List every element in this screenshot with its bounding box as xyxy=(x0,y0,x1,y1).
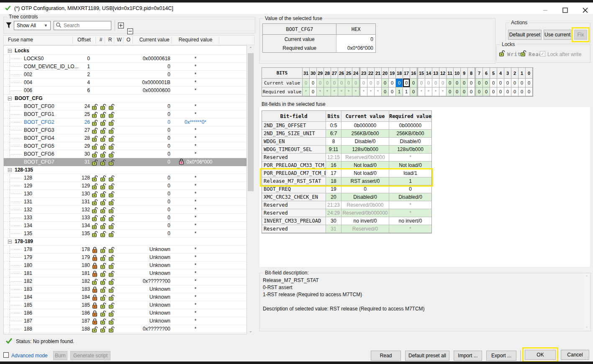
col-offset[interactable]: Offset xyxy=(73,37,95,43)
collapse-group-icon[interactable] xyxy=(8,49,12,53)
bit-current-cell[interactable]: 0 xyxy=(425,79,432,87)
tree-fuse-row[interactable]: 179179Unknown* xyxy=(4,254,246,261)
col-current-value[interactable]: Current value xyxy=(129,37,169,43)
bitfield-current-value[interactable]: 256KB/0b00 xyxy=(341,130,389,138)
bit-current-cell[interactable]: 0 xyxy=(396,79,403,87)
read-button[interactable]: Read xyxy=(371,351,401,361)
tree-fuse-row[interactable]: 1331330* xyxy=(4,214,246,222)
bitfield-row[interactable]: Reserved12:15Reserved/0b0000* xyxy=(262,154,431,161)
bit-current-cell[interactable]: 0 xyxy=(526,79,533,87)
bitfield-required-value[interactable]: 256KB/0b00 xyxy=(389,130,431,138)
advanced-mode-checkbox[interactable] xyxy=(3,352,9,358)
bit-current-cell[interactable]: 0 xyxy=(310,79,317,87)
bit-current-cell[interactable]: 0 xyxy=(352,79,360,87)
bit-current-cell[interactable]: 0 xyxy=(476,79,483,87)
description-scrollbar[interactable]: ⌃ ⌄ xyxy=(584,274,589,330)
tree-fuse-row[interactable]: 1301300* xyxy=(4,190,246,198)
bitfield-required-value[interactable]: 0b000000 xyxy=(389,122,431,130)
collapse-group-icon[interactable] xyxy=(8,240,12,244)
bit-current-cell[interactable]: 0 xyxy=(345,79,352,87)
tree-fuse-row[interactable]: 186186Unknown* xyxy=(4,309,246,317)
tree-fuse-row[interactable]: 183183Unknown* xyxy=(4,285,246,293)
bit-required-cell[interactable]: 0 xyxy=(504,87,511,96)
scroll-down-icon[interactable]: ⌄ xyxy=(584,323,589,330)
bit-required-cell[interactable]: 1 xyxy=(403,87,410,96)
bit-current-cell[interactable]: 0 xyxy=(375,79,382,87)
bit-current-cell[interactable]: 0 xyxy=(324,79,331,87)
bitfield-row[interactable]: Reserved31Reserved/0* xyxy=(262,225,431,233)
close-button[interactable] xyxy=(577,5,593,15)
bit-current-cell[interactable]: 0 xyxy=(490,79,497,87)
tree-fuse-row[interactable]: 00220* xyxy=(4,71,246,79)
tree-fuse-row[interactable]: 1281280* xyxy=(4,174,246,182)
bit-current-cell[interactable]: 0 xyxy=(418,79,425,87)
default-preset-button[interactable]: Default preset xyxy=(508,30,542,40)
bit-current-cell[interactable]: 0 xyxy=(317,79,324,87)
default-preset-all-button[interactable]: Default preset all xyxy=(405,351,449,361)
import-button[interactable]: Import ... xyxy=(454,351,482,361)
bit-required-cell[interactable]: 0 xyxy=(519,87,526,96)
bit-required-cell[interactable]: * xyxy=(331,87,338,96)
bitfield-required-value[interactable]: * xyxy=(389,154,431,161)
tree-fuse-row[interactable]: 1291290* xyxy=(4,182,246,190)
tree-fuse-row[interactable]: 185185Unknown* xyxy=(4,301,246,309)
generate-script-button[interactable]: Generate script xyxy=(70,351,110,360)
tree-fuse-row[interactable]: BOOT_CFG3270* xyxy=(4,126,246,134)
use-current-button[interactable]: Use current xyxy=(544,30,571,40)
col-fuse-name[interactable]: Fuse name xyxy=(8,37,33,43)
bit-current-cell[interactable]: 0 xyxy=(439,79,447,87)
collapse-group-icon[interactable] xyxy=(8,168,12,172)
tree-scrollbar-thumb[interactable] xyxy=(248,53,254,191)
bitfield-row[interactable]: Reserved24:29Reserved/0b000000* xyxy=(262,209,431,217)
bitfield-required-value[interactable]: 128s/0b000 xyxy=(389,146,431,154)
bit-required-cell[interactable]: 1 xyxy=(396,87,403,96)
bit-required-cell[interactable]: 0 xyxy=(483,87,490,96)
tree-fuse-row[interactable]: 00440x0000001B* xyxy=(4,79,246,87)
col-read-lock[interactable]: R xyxy=(105,37,115,43)
bit-current-cell[interactable]: 0 xyxy=(511,79,519,87)
bitfield-row[interactable]: WDOG_TIMEOUT_SEL9:11128s/0b000128s/0b000 xyxy=(262,146,431,154)
tree-fuse-row[interactable]: BOOT_CFG6300* xyxy=(4,150,246,158)
tree-scrollbar[interactable]: ⌃ ⌄ xyxy=(247,45,254,334)
expand-all-icon[interactable] xyxy=(118,23,124,28)
bitfield-required-value[interactable]: * xyxy=(389,201,431,209)
scroll-up-icon[interactable]: ⌃ xyxy=(247,45,254,52)
tree-fuse-row[interactable]: 1311310* xyxy=(4,198,246,206)
bit-required-cell[interactable]: 0 xyxy=(454,87,461,96)
bit-required-cell[interactable]: * xyxy=(324,87,331,96)
bit-required-cell[interactable]: * xyxy=(317,87,324,96)
bit-current-cell[interactable]: 0 xyxy=(497,79,504,87)
bit-current-cell[interactable]: 0 xyxy=(504,79,511,87)
tree-fuse-row[interactable]: 1321320* xyxy=(4,206,246,214)
filter-select[interactable]: Show All ▼ xyxy=(14,21,51,30)
bitfield-current-value[interactable]: Reserved/0b000 xyxy=(341,201,389,209)
fix-button[interactable]: Fix xyxy=(574,30,587,40)
tree-group-row[interactable]: BOOT_CFG xyxy=(4,95,246,103)
bit-required-cell[interactable]: 0 xyxy=(497,87,504,96)
bit-required-cell[interactable]: 0 xyxy=(490,87,497,96)
burn-button[interactable]: Burn xyxy=(53,351,67,360)
bitfield-current-value[interactable]: 0b000000 xyxy=(341,122,389,130)
tree-fuse-row[interactable]: BOOT_CFG0240* xyxy=(4,103,246,110)
tree-fuse-row[interactable]: 181181Unknown* xyxy=(4,269,246,277)
export-button[interactable]: Export ... xyxy=(486,351,516,361)
bit-required-cell[interactable]: 0 xyxy=(389,87,396,96)
bit-current-cell[interactable]: 0 xyxy=(367,79,375,87)
tree-fuse-row[interactable]: COM_DEVICE_ID_LO...10* xyxy=(4,63,246,71)
bit-current-cell[interactable]: 0 xyxy=(360,79,367,87)
tree-fuse-row[interactable]: 178178Unknown* xyxy=(4,246,246,254)
bit-current-cell[interactable]: 0 xyxy=(447,79,454,87)
maximize-button[interactable] xyxy=(557,5,573,15)
bitfield-current-value[interactable]: Reserved/0b000000 xyxy=(341,209,389,217)
tree-fuse-row[interactable]: 1821820x??????00* xyxy=(4,277,246,285)
col-hash[interactable]: # xyxy=(96,37,105,43)
bit-current-cell[interactable]: 0 xyxy=(331,79,338,87)
bit-current-cell[interactable]: 0 xyxy=(382,79,389,87)
bit-required-cell[interactable]: 0 xyxy=(410,87,418,96)
bitfield-current-value[interactable]: Reserved/0 xyxy=(341,225,389,233)
collapse-group-icon[interactable] xyxy=(8,97,12,100)
tree-fuse-row[interactable]: 180180Unknown* xyxy=(4,261,246,269)
resize-grip[interactable]: ⸬ xyxy=(585,356,588,361)
bit-required-cell[interactable]: * xyxy=(375,87,382,96)
bit-current-cell[interactable]: 0 xyxy=(432,79,439,87)
